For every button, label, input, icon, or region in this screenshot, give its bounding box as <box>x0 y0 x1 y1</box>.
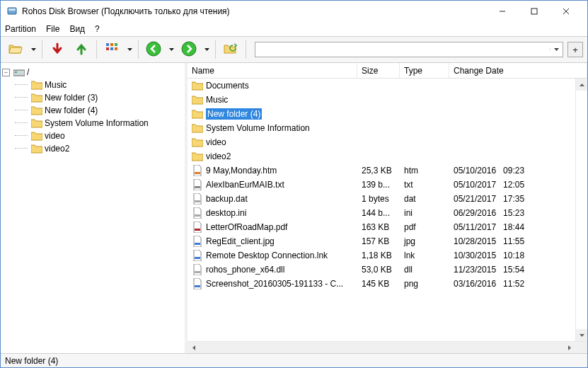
menu-partition[interactable]: Partition <box>5 24 36 34</box>
table-row[interactable]: backup.dat1 bytesdat05/21/201717:35 <box>188 192 575 206</box>
tree-item[interactable]: New folder (3) <box>2 91 183 104</box>
table-row[interactable]: Documents <box>188 79 575 93</box>
row-date: 05/10/201609:23 <box>449 166 575 176</box>
folder-icon <box>192 80 203 91</box>
table-row[interactable]: New folder (4) <box>188 107 575 121</box>
row-size: 53,0 KB <box>357 265 400 275</box>
refresh-button[interactable] <box>220 39 241 60</box>
title-bar: Rohos Disk Browser (Подключить только дл… <box>1 1 587 22</box>
nav-back-button[interactable] <box>143 39 164 60</box>
view-mode-dropdown[interactable] <box>125 39 134 60</box>
view-mode-button[interactable] <box>101 39 122 60</box>
row-date: 05/21/201717:35 <box>449 194 575 204</box>
scroll-down-button[interactable] <box>576 329 587 341</box>
scroll-up-button[interactable] <box>576 79 587 91</box>
file-icon <box>192 179 203 190</box>
folder-icon <box>192 151 203 162</box>
table-row[interactable]: rohos_phone_x64.dll53,0 KBdll11/23/20151… <box>188 263 575 277</box>
open-button[interactable] <box>5 39 26 60</box>
nav-back-dropdown[interactable] <box>167 39 175 60</box>
row-date: 11/23/201515:54 <box>449 265 575 275</box>
svg-rect-3 <box>531 8 537 14</box>
col-name[interactable]: Name <box>188 63 357 78</box>
window-title: Rohos Disk Browser (Подключить только дл… <box>22 6 486 16</box>
nav-forward-dropdown[interactable] <box>202 39 211 60</box>
tree-item[interactable]: video2 <box>2 142 183 155</box>
table-row[interactable]: Screenshot_20160305-191133 - C...145 KBp… <box>188 277 575 291</box>
add-button[interactable]: + <box>567 42 583 57</box>
down-arrow-button[interactable] <box>47 39 68 60</box>
row-name: Music <box>206 95 228 105</box>
file-icon <box>192 193 203 205</box>
address-combobox[interactable] <box>255 42 563 57</box>
scroll-right-button[interactable] <box>563 342 575 353</box>
row-type: dat <box>400 194 449 204</box>
folder-icon <box>192 137 203 148</box>
address-input[interactable] <box>255 45 550 54</box>
svg-rect-6 <box>106 43 109 46</box>
svg-rect-7 <box>110 43 113 46</box>
row-type: dll <box>400 265 449 275</box>
table-row[interactable]: RegEdit_client.jpg157 KBjpg10/28/201511:… <box>188 234 575 248</box>
table-row[interactable]: Music <box>188 93 575 107</box>
row-name: desktop.ini <box>206 208 246 218</box>
open-dropdown[interactable] <box>29 39 38 60</box>
row-type: png <box>400 279 449 289</box>
table-row[interactable]: Remote Desktop Connection.lnk1,18 KBlnk1… <box>188 248 575 263</box>
col-date[interactable]: Change Date <box>449 63 587 78</box>
table-row[interactable]: LetterOfRoadMap.pdf163 KBpdf05/11/201718… <box>188 220 575 234</box>
row-name: AlexIbanEurMAIB.txt <box>206 180 284 190</box>
file-icon <box>192 165 203 176</box>
row-name: LetterOfRoadMap.pdf <box>206 222 287 232</box>
plus-icon: + <box>572 45 578 55</box>
grid-icon <box>105 42 118 57</box>
svg-rect-19 <box>195 214 200 217</box>
table-row[interactable]: AlexIbanEurMAIB.txt139 b...txt05/10/2017… <box>188 178 575 192</box>
menu-file[interactable]: File <box>46 24 59 34</box>
collapse-icon[interactable]: − <box>2 69 10 76</box>
row-date: 03/16/201611:52 <box>449 279 575 289</box>
menu-view[interactable]: Вид <box>69 24 85 34</box>
table-row[interactable]: System Volume Information <box>188 121 575 135</box>
col-size[interactable]: Size <box>357 63 400 78</box>
row-type: jpg <box>400 236 449 246</box>
table-row[interactable]: desktop.ini144 b...ini06/29/201615:23 <box>188 206 575 220</box>
table-row[interactable]: video <box>188 135 575 149</box>
row-name: Screenshot_20160305-191133 - C... <box>206 279 343 289</box>
table-row[interactable]: 9 May,Monday.htm25,3 KBhtm05/10/201609:2… <box>188 163 575 178</box>
nav-forward-button[interactable] <box>178 39 200 60</box>
tree-item[interactable]: video <box>2 130 183 142</box>
tree-item[interactable]: Music <box>2 79 183 91</box>
row-date: 05/10/201712:05 <box>449 180 575 190</box>
maximize-button[interactable] <box>518 1 550 21</box>
col-type[interactable]: Type <box>400 63 449 78</box>
folder-tree[interactable]: − / MusicNew folder (3)New folder (4)Sys… <box>1 63 185 353</box>
scroll-left-button[interactable] <box>188 342 200 353</box>
menu-help[interactable]: ? <box>95 24 100 34</box>
svg-rect-20 <box>195 229 200 231</box>
folder-icon <box>31 117 42 129</box>
tree-item[interactable]: New folder (4) <box>2 104 183 117</box>
tree-item-label: video <box>45 131 65 141</box>
menu-bar: Partition File Вид ? <box>1 22 587 36</box>
row-size: 157 KB <box>357 236 400 246</box>
row-type: txt <box>400 180 449 190</box>
address-dropdown[interactable] <box>550 48 563 51</box>
svg-rect-23 <box>195 271 200 273</box>
close-button[interactable] <box>550 1 582 21</box>
minimize-button[interactable] <box>486 1 518 21</box>
row-date: 05/11/201718:44 <box>449 222 575 232</box>
svg-rect-9 <box>106 47 109 50</box>
nav-back-icon <box>146 41 161 59</box>
row-name: backup.dat <box>206 194 248 204</box>
row-size: 1,18 KB <box>357 251 400 260</box>
folder-icon <box>31 79 42 91</box>
vertical-scrollbar[interactable] <box>575 79 587 341</box>
horizontal-scrollbar[interactable] <box>200 342 563 353</box>
table-row[interactable]: video2 <box>188 149 575 163</box>
list-rows[interactable]: DocumentsMusicNew folder (4)System Volum… <box>188 79 575 341</box>
tree-root[interactable]: − / <box>2 66 183 79</box>
up-arrow-button[interactable] <box>71 39 92 60</box>
row-type: lnk <box>400 251 449 260</box>
tree-item[interactable]: System Volume Information <box>2 117 183 130</box>
